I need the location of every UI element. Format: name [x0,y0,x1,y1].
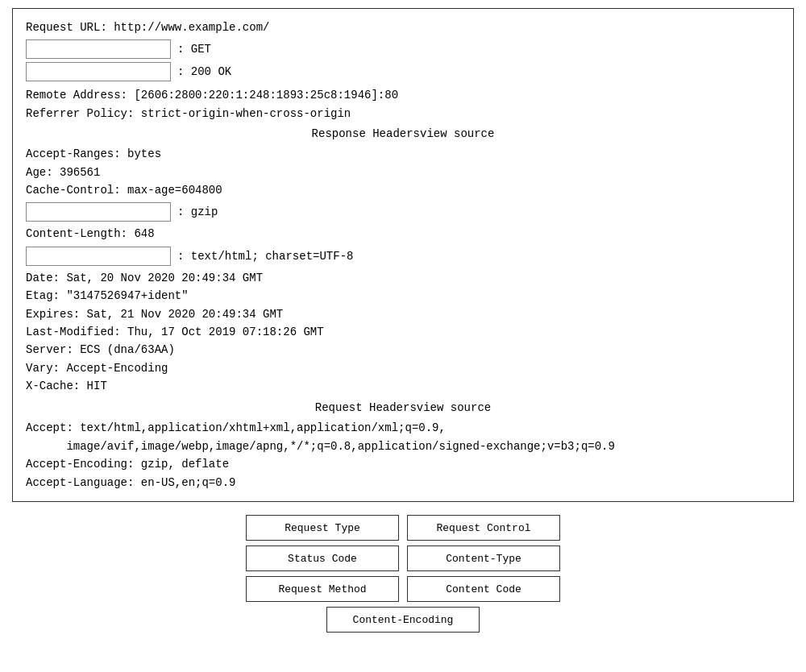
buttons-panel: Request Type Request Control Status Code… [12,515,794,633]
request-method-button[interactable]: Request Method [246,576,399,602]
content-type-value-label: : text/html; charset=UTF-8 [177,250,353,263]
accept-cont-line: image/avif,image/webp,image/apng,*/*;q=0… [26,438,780,455]
content-type-button[interactable]: Content-Type [407,545,560,571]
server-line: Server: ECS (dna/63AA) [26,341,780,359]
content-encoding-input[interactable] [26,202,171,222]
button-row-4: Content-Encoding [326,607,480,633]
expires-line: Expires: Sat, 21 Nov 2020 20:49:34 GMT [26,305,780,323]
request-url-line: Request URL: http://www.example.com/ [26,19,780,36]
content-encoding-row: : gzip [26,202,780,222]
status-code-button[interactable]: Status Code [246,545,399,571]
request-control-button[interactable]: Request Control [407,515,560,541]
date-line: Date: Sat, 20 Nov 2020 20:49:34 GMT [26,269,780,287]
button-row-1: Request Type Request Control [246,515,560,541]
age-line: Age: 396561 [26,164,780,181]
remote-address-line: Remote Address: [2606:2800:220:1:248:189… [26,86,780,104]
button-row-3: Request Method Content Code [246,576,560,602]
gzip-label: : gzip [177,205,218,218]
status-code-input[interactable] [26,62,171,81]
status-code-row: : 200 OK [26,62,780,81]
request-type-row: : GET [26,39,780,59]
request-type-input[interactable] [26,39,171,59]
x-cache-line: X-Cache: HIT [26,377,780,395]
get-label: : GET [177,43,211,56]
etag-line: Etag: "3147526947+ident" [26,287,780,305]
content-type-row: : text/html; charset=UTF-8 [26,247,780,266]
request-type-button[interactable]: Request Type [246,515,399,541]
content-code-button[interactable]: Content Code [407,576,560,602]
accept-ranges-line: Accept-Ranges: bytes [26,145,780,163]
content-type-input[interactable] [26,247,171,266]
accept-language-line: Accept-Language: en-US,en;q=0.9 [26,474,780,492]
vary-line: Vary: Accept-Encoding [26,359,780,377]
referrer-policy-line: Referrer Policy: strict-origin-when-cros… [26,105,780,122]
cache-control-line: Cache-Control: max-age=604800 [26,181,780,199]
response-headers-title: Response Headersview source [26,127,780,140]
main-panel: Request URL: http://www.example.com/ : G… [12,8,794,502]
button-row-2: Status Code Content-Type [246,545,560,571]
accept-encoding-line: Accept-Encoding: gzip, deflate [26,455,780,473]
request-headers-title: Request Headersview source [26,401,780,414]
accept-line: Accept: text/html,application/xhtml+xml,… [26,419,780,437]
last-modified-line: Last-Modified: Thu, 17 Oct 2019 07:18:26… [26,323,780,341]
content-encoding-button[interactable]: Content-Encoding [326,607,480,633]
content-length-line: Content-Length: 648 [26,225,780,243]
status-ok-label: : 200 OK [177,65,231,78]
